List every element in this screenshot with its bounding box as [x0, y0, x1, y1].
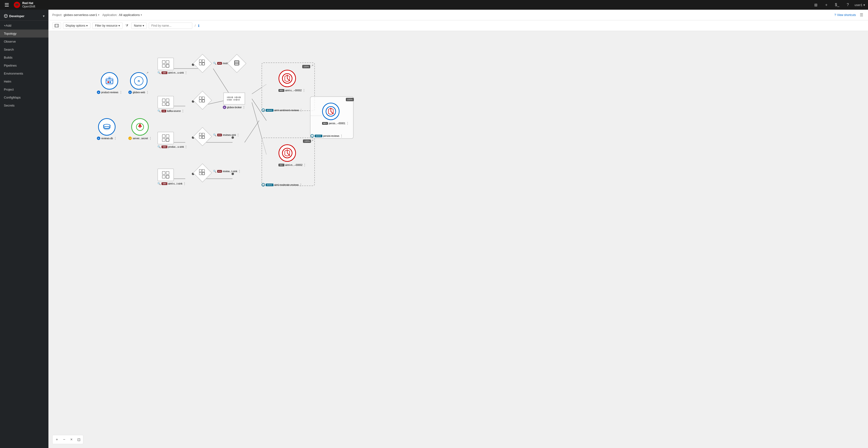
view-shortcuts-link[interactable]: ? View shortcuts [834, 13, 856, 17]
grid-icon-button[interactable]: ⊞ [812, 1, 819, 9]
diamond-connector-top[interactable] [230, 57, 244, 70]
hamburger-menu-button[interactable] [3, 1, 11, 9]
user-menu-button[interactable]: user1 ▾ [855, 3, 865, 7]
developer-icon [4, 14, 8, 18]
topology-canvas[interactable]: D product-reviews ⋮ ↗ n D globex-web ⋮ [49, 31, 868, 448]
ksvc-persist[interactable]: 100% REV persis...–00001 ⋮ [322, 103, 349, 125]
map-view-button[interactable] [52, 23, 61, 29]
product-reviews-menu-button[interactable]: ⋮ [119, 91, 122, 94]
source-aiml-m-sink[interactable]: 🔍 SBS aiml-m...s-sink ⋮ [157, 58, 187, 74]
find-by-name-input[interactable] [149, 23, 192, 29]
svg-rect-58 [166, 138, 169, 141]
svg-rect-26 [110, 82, 111, 83]
svg-rect-2 [5, 6, 9, 6]
sidebar-item-environments[interactable]: Environments [0, 69, 49, 77]
search-modera-icon: 🔍 [213, 62, 217, 65]
svg-rect-66 [166, 175, 169, 178]
zoom-out-button[interactable]: − [61, 436, 68, 443]
source-kafka[interactable]: 🔍 KS kafka-source ⋮ [157, 96, 184, 113]
display-options-button[interactable]: Display options ▾ [63, 23, 90, 29]
rev-badge-persist: REV [322, 122, 328, 125]
info-icon[interactable]: ℹ [198, 24, 199, 28]
ksvc-badge-persist: KSVC [315, 135, 322, 137]
filter-name-selector[interactable]: Name ▾ [131, 23, 147, 29]
diamond-event-top[interactable] [196, 57, 209, 70]
plus-icon-button[interactable]: ＋ [823, 1, 830, 9]
node-server-secret[interactable]: J server...secret ⋮ [128, 118, 152, 140]
filter-by-resource-button[interactable]: Filter by resource ▾ [92, 23, 123, 29]
source-produc-sink[interactable]: 🔍 SBS produc...s-sink ⋮ [157, 132, 187, 149]
ksvc-moderate-menu[interactable]: ⋮ [303, 163, 306, 167]
external-link-icon: ↗ [146, 71, 149, 74]
svg-rect-55 [162, 135, 165, 137]
reviews-sink-menu[interactable]: ⋮ [237, 133, 240, 136]
role-selector[interactable]: Developer ▾ [0, 12, 49, 21]
globex-web-menu-button[interactable]: ⋮ [146, 91, 149, 94]
ksvc-aiml-sentiment[interactable]: 100% REV aiml-s...–00002 ⋮ [279, 70, 305, 92]
sidebar-item-builds[interactable]: Builds [0, 54, 49, 62]
svg-rect-37 [199, 60, 202, 62]
aiml-m-sink-menu[interactable]: ⋮ [185, 71, 187, 74]
svg-rect-36 [166, 64, 169, 67]
node-reviews-db[interactable]: D reviews-db ⋮ [97, 118, 117, 140]
help-icon-button[interactable]: ? [844, 1, 851, 9]
reset-zoom-button[interactable]: × [68, 436, 75, 443]
svg-rect-33 [162, 61, 165, 63]
ksvc-aiml-moderate[interactable]: 100% REV aiml-m...–00002 ⋮ [279, 144, 306, 167]
node-globex-web[interactable]: ↗ n D globex-web ⋮ [128, 72, 149, 94]
node-globex-broker[interactable]: IOIO IOIOIIOI IIOII B globex-broker ⋮ [223, 93, 245, 109]
broker-menu[interactable]: ⋮ [242, 105, 245, 109]
project-selector[interactable]: Project: globex-serverless-user1 ▾ [52, 13, 99, 17]
sidebar-item-add[interactable]: +Add [0, 22, 49, 30]
sidebar-item-secrets[interactable]: Secrets [0, 101, 49, 109]
sidebar-item-project[interactable]: Project [0, 86, 49, 94]
svg-rect-49 [162, 103, 165, 105]
sidebar-item-observe[interactable]: Observe [0, 37, 49, 45]
reviews-db-menu-button[interactable]: ⋮ [114, 136, 117, 140]
sidebar-item-search[interactable]: Search [0, 45, 49, 54]
svg-rect-63 [162, 171, 165, 174]
svg-rect-57 [162, 138, 165, 141]
diamond-kafka-middle[interactable] [196, 94, 209, 107]
app-chevron-icon: ▾ [141, 13, 142, 16]
ksvc-sentiment-label-menu[interactable]: ⋮ [300, 108, 303, 112]
svg-rect-52 [202, 97, 205, 99]
terminal-icon-button[interactable]: $_ [833, 1, 841, 9]
ks-badge-review-t: KS [217, 170, 222, 173]
zoom-in-button[interactable]: + [54, 436, 60, 443]
display-options-chevron-icon: ▾ [86, 24, 88, 27]
sidebar-item-configmaps[interactable]: ConfigMaps [0, 94, 49, 101]
ksvc-persist-outer-label: k KSVC persist-reviews ⋮ [310, 134, 343, 137]
event-source-icon [199, 59, 206, 68]
produc-sink-menu[interactable]: ⋮ [185, 145, 187, 149]
svg-rect-62 [202, 136, 205, 138]
topology-connections [49, 31, 868, 448]
node-product-reviews[interactable]: D product-reviews ⋮ [97, 72, 122, 94]
sidebar-item-topology[interactable]: Topology [0, 30, 49, 37]
server-secret-menu-button[interactable]: ⋮ [149, 136, 152, 140]
source-aiml-s-sink[interactable]: 🔍 SBS aiml-s...t-sink ⋮ [157, 168, 186, 185]
diamond-bottom-bottom[interactable] [196, 166, 209, 180]
svg-rect-0 [5, 3, 9, 4]
svg-text:n: n [137, 79, 140, 83]
sidebar-item-helm[interactable]: Helm [0, 77, 49, 86]
ksvc-aiml-sentiment-circle [279, 70, 296, 87]
svg-rect-34 [166, 61, 169, 63]
filter-icon-button[interactable]: ⧩ [124, 23, 129, 29]
filter-name-chevron-icon: ▾ [143, 24, 144, 27]
ksvc-sentiment-menu[interactable]: ⋮ [303, 89, 305, 92]
diamond-bottom-middle[interactable] [196, 130, 209, 143]
sidebar-item-pipelines[interactable]: Pipelines [0, 62, 49, 69]
redhat-logo-icon [13, 1, 20, 8]
list-view-button[interactable]: ☰ [859, 12, 864, 18]
aiml-s-sink-menu[interactable]: ⋮ [183, 182, 186, 185]
svg-rect-38 [202, 60, 205, 62]
fit-to-screen-button[interactable]: ⊡ [75, 436, 82, 443]
review-t-sink-menu[interactable]: ⋮ [238, 169, 241, 173]
ksvc-moderate-outer-label: k KSVC aiml-moderate-reviews ⋮ [261, 183, 302, 187]
ksvc-persist-menu[interactable]: ⋮ [346, 122, 349, 125]
application-selector[interactable]: Application: All applications ▾ [102, 13, 142, 17]
kafka-source-menu[interactable]: ⋮ [181, 109, 184, 113]
ksvc-persist-label-menu[interactable]: ⋮ [340, 134, 343, 137]
ksvc-moderate-label-menu[interactable]: ⋮ [299, 183, 302, 187]
